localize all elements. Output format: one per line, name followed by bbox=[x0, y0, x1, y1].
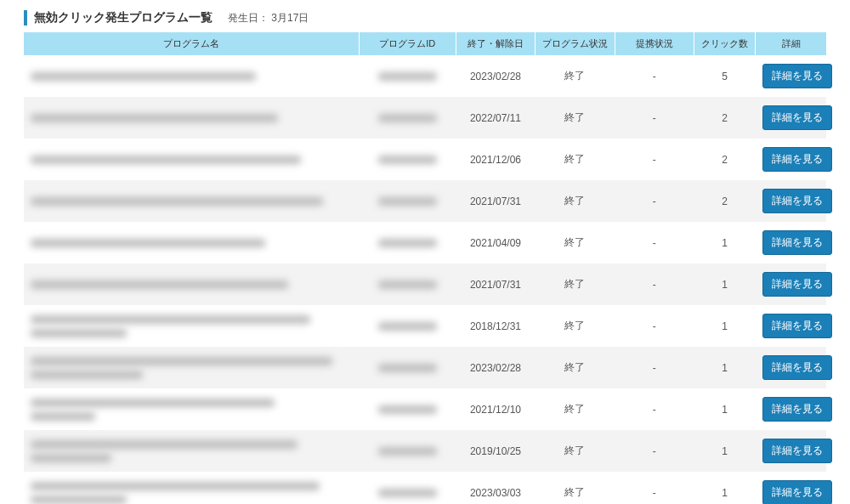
cell-partner-status: - bbox=[615, 388, 694, 430]
cell-partner-status: - bbox=[615, 222, 694, 263]
cell-partner-status: - bbox=[615, 430, 694, 472]
detail-button[interactable]: 詳細を見る bbox=[762, 64, 832, 88]
cell-clicks: 5 bbox=[694, 55, 756, 97]
cell-end-date: 2019/10/25 bbox=[456, 430, 535, 472]
table-row: 2021/12/10終了-1詳細を見る bbox=[24, 388, 826, 430]
table-row: 2022/07/11終了-2詳細を見る bbox=[24, 97, 826, 139]
cell-clicks: 1 bbox=[694, 388, 756, 430]
cell-program-status: 終了 bbox=[536, 180, 615, 222]
cell-program-name bbox=[24, 305, 359, 347]
detail-button[interactable]: 詳細を見る bbox=[762, 397, 832, 422]
cell-program-status: 終了 bbox=[536, 472, 615, 504]
program-table: プログラム名 プログラムID 終了・解除日 プログラム状況 提携状況 クリック数… bbox=[24, 32, 826, 504]
col-partner-status: 提携状況 bbox=[615, 32, 694, 55]
cell-end-date: 2021/07/31 bbox=[456, 263, 535, 305]
cell-clicks: 1 bbox=[694, 430, 756, 472]
cell-program-id bbox=[359, 430, 456, 472]
detail-button[interactable]: 詳細を見る bbox=[762, 480, 832, 504]
cell-partner-status: - bbox=[615, 139, 694, 180]
cell-program-status: 終了 bbox=[536, 347, 615, 388]
cell-detail: 詳細を見る bbox=[756, 97, 826, 139]
cell-partner-status: - bbox=[615, 97, 694, 139]
cell-program-name bbox=[24, 222, 359, 263]
cell-program-id bbox=[359, 472, 456, 504]
cell-clicks: 1 bbox=[694, 347, 756, 388]
detail-button[interactable]: 詳細を見る bbox=[762, 230, 832, 255]
detail-button[interactable]: 詳細を見る bbox=[762, 272, 832, 297]
col-detail: 詳細 bbox=[756, 32, 826, 55]
cell-end-date: 2021/04/09 bbox=[456, 222, 535, 263]
cell-clicks: 1 bbox=[694, 472, 756, 504]
cell-program-id bbox=[359, 305, 456, 347]
cell-program-name bbox=[24, 430, 359, 472]
cell-detail: 詳細を見る bbox=[756, 388, 826, 430]
table-row: 2018/12/31終了-1詳細を見る bbox=[24, 305, 826, 347]
cell-end-date: 2023/02/28 bbox=[456, 55, 535, 97]
col-clicks: クリック数 bbox=[694, 32, 756, 55]
col-program-status: プログラム状況 bbox=[536, 32, 615, 55]
detail-button[interactable]: 詳細を見る bbox=[762, 314, 832, 338]
cell-program-status: 終了 bbox=[536, 305, 615, 347]
detail-button[interactable]: 詳細を見る bbox=[762, 147, 832, 172]
cell-partner-status: - bbox=[615, 55, 694, 97]
cell-end-date: 2021/12/10 bbox=[456, 388, 535, 430]
cell-detail: 詳細を見る bbox=[756, 55, 826, 97]
cell-program-status: 終了 bbox=[536, 263, 615, 305]
cell-program-name bbox=[24, 180, 359, 222]
cell-program-name bbox=[24, 97, 359, 139]
cell-partner-status: - bbox=[615, 263, 694, 305]
cell-detail: 詳細を見る bbox=[756, 139, 826, 180]
detail-button[interactable]: 詳細を見る bbox=[762, 189, 832, 213]
table-row: 2021/07/31終了-1詳細を見る bbox=[24, 263, 826, 305]
cell-clicks: 1 bbox=[694, 263, 756, 305]
cell-detail: 詳細を見る bbox=[756, 222, 826, 263]
cell-detail: 詳細を見る bbox=[756, 472, 826, 504]
cell-detail: 詳細を見る bbox=[756, 430, 826, 472]
cell-partner-status: - bbox=[615, 472, 694, 504]
cell-program-name bbox=[24, 55, 359, 97]
cell-program-id bbox=[359, 97, 456, 139]
cell-program-name bbox=[24, 472, 359, 504]
cell-detail: 詳細を見る bbox=[756, 263, 826, 305]
cell-end-date: 2023/02/28 bbox=[456, 347, 535, 388]
table-row: 2019/10/25終了-1詳細を見る bbox=[24, 430, 826, 472]
cell-program-status: 終了 bbox=[536, 388, 615, 430]
cell-program-name bbox=[24, 347, 359, 388]
table-row: 2021/12/06終了-2詳細を見る bbox=[24, 139, 826, 180]
cell-program-id bbox=[359, 55, 456, 97]
cell-program-name bbox=[24, 139, 359, 180]
cell-program-status: 終了 bbox=[536, 55, 615, 97]
page-header: 無効クリック発生プログラム一覧 発生日： 3月17日 bbox=[24, 10, 826, 25]
col-end-date: 終了・解除日 bbox=[456, 32, 535, 55]
table-row: 2021/04/09終了-1詳細を見る bbox=[24, 222, 826, 263]
cell-detail: 詳細を見る bbox=[756, 347, 826, 388]
cell-program-status: 終了 bbox=[536, 97, 615, 139]
cell-program-id bbox=[359, 222, 456, 263]
page-title: 無効クリック発生プログラム一覧 bbox=[34, 10, 212, 25]
cell-clicks: 2 bbox=[694, 180, 756, 222]
cell-clicks: 1 bbox=[694, 222, 756, 263]
cell-program-id bbox=[359, 139, 456, 180]
cell-program-id bbox=[359, 347, 456, 388]
table-row: 2021/07/31終了-2詳細を見る bbox=[24, 180, 826, 222]
cell-clicks: 2 bbox=[694, 139, 756, 180]
cell-partner-status: - bbox=[615, 180, 694, 222]
cell-end-date: 2021/12/06 bbox=[456, 139, 535, 180]
cell-partner-status: - bbox=[615, 305, 694, 347]
table-row: 2023/02/28終了-5詳細を見る bbox=[24, 55, 826, 97]
cell-program-status: 終了 bbox=[536, 430, 615, 472]
detail-button[interactable]: 詳細を見る bbox=[762, 105, 832, 130]
cell-end-date: 2018/12/31 bbox=[456, 305, 535, 347]
cell-end-date: 2023/03/03 bbox=[456, 472, 535, 504]
cell-program-name bbox=[24, 263, 359, 305]
page-date: 発生日： 3月17日 bbox=[228, 11, 309, 25]
detail-button[interactable]: 詳細を見る bbox=[762, 355, 832, 380]
cell-program-status: 終了 bbox=[536, 222, 615, 263]
detail-button[interactable]: 詳細を見る bbox=[762, 439, 832, 463]
cell-program-id bbox=[359, 388, 456, 430]
cell-program-id bbox=[359, 180, 456, 222]
col-program-id: プログラムID bbox=[359, 32, 456, 55]
cell-clicks: 1 bbox=[694, 305, 756, 347]
col-program-name: プログラム名 bbox=[24, 32, 359, 55]
cell-detail: 詳細を見る bbox=[756, 305, 826, 347]
